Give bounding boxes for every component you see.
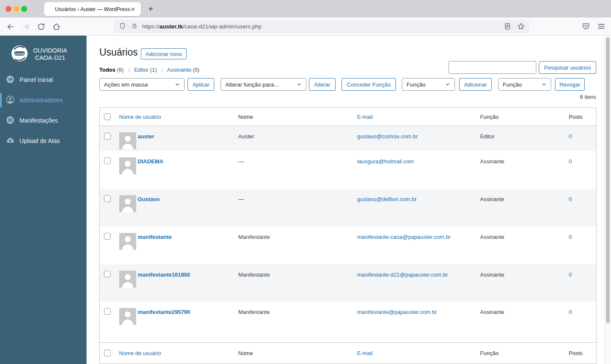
search-users-input[interactable] (448, 61, 536, 74)
home-icon[interactable] (52, 22, 61, 31)
role-filter-links: Todos (6) | Editor (1) | Assinante (5) (99, 67, 199, 73)
url-text: https://auster.tk/caoa-d21/wp-admin/user… (142, 23, 261, 30)
row-checkbox[interactable] (104, 308, 111, 315)
bulk-actions-select[interactable]: Ações em massa (99, 78, 185, 91)
select-all-checkbox[interactable] (104, 350, 111, 356)
row-checkbox[interactable] (104, 195, 111, 202)
chevron-down-icon (444, 81, 451, 88)
auster-logo: AUSTER (11, 45, 28, 63)
new-tab-button[interactable]: + (145, 3, 156, 14)
table-row: Gustavo — gustavo@delfiori.com.br Assina… (100, 189, 597, 227)
bookmark-star-icon[interactable] (517, 22, 525, 32)
change-role-select[interactable]: Alterar função para... (221, 78, 306, 91)
username-link[interactable]: manifestante (138, 233, 172, 250)
minimize-window-button[interactable] (14, 6, 20, 12)
posts-count-link[interactable]: 0 (569, 196, 572, 202)
username-link[interactable]: manifestante295790 (138, 308, 191, 325)
row-checkbox[interactable] (104, 233, 111, 240)
table-row: manifestante295790 Manifestante manifest… (100, 302, 597, 343)
scrollbar-thumb[interactable] (606, 37, 610, 323)
table-row: manifestante161850 Manifestante manifest… (100, 264, 597, 302)
select-all-checkbox[interactable] (104, 113, 111, 120)
add-new-user-button[interactable]: Adicionar novo (141, 48, 187, 59)
username-link[interactable]: DIADEMA (138, 157, 164, 174)
email-link[interactable]: manifestante@papauster.com.br (357, 309, 437, 315)
forward-icon[interactable] (21, 22, 31, 31)
column-header-posts: Posts (565, 108, 597, 126)
role-select-1-value: Função (406, 81, 426, 88)
email-link[interactable]: gustavo@delfiori.com.br (357, 196, 417, 202)
sidebar-item-manifestacoes[interactable]: Manifestações (0, 110, 87, 131)
change-button[interactable]: Alterar (309, 78, 336, 91)
role-select-2[interactable]: Função (498, 78, 551, 91)
email-link[interactable]: manifestante-d21@papauster.com.br (357, 272, 448, 278)
lock-icon[interactable] (131, 22, 138, 31)
filter-todos[interactable]: Todos (99, 67, 115, 73)
add-role-button[interactable]: Adicionar (459, 78, 492, 91)
filter-assinante[interactable]: Assinante (167, 67, 191, 73)
column-footer-role: Função (476, 343, 565, 364)
role-select-2-value: Função (503, 81, 522, 88)
grant-role-button[interactable]: Conceder Função (342, 78, 396, 91)
column-footer-name: Nome (234, 343, 353, 364)
user-name: — (234, 189, 353, 227)
url-bar[interactable]: https://auster.tk/caoa-d21/wp-admin/user… (114, 20, 530, 33)
email-link[interactable]: gustavo@comnix.com.br (357, 133, 418, 140)
filter-assinante-count: (5) (193, 67, 199, 73)
sidebar-item-upload-de-atas[interactable]: Upload de Atas (0, 131, 87, 151)
brand-line-2: CAOA-D21 (33, 54, 67, 62)
search-users-button[interactable]: Pesquisar usuários (539, 61, 596, 74)
column-header-username[interactable]: Nome de usuário (119, 114, 161, 120)
pocket-icon[interactable] (581, 22, 591, 32)
menu-hamburger-icon[interactable] (597, 22, 606, 32)
reader-view-icon[interactable] (503, 22, 512, 32)
change-role-select-value: Alterar função para... (225, 81, 279, 88)
posts-count-link[interactable]: 0 (569, 234, 572, 240)
filter-editor[interactable]: Editor (134, 67, 149, 73)
sidebar-item-painel-inicial[interactable]: Painel Inicial (0, 70, 87, 90)
row-checkbox[interactable] (104, 157, 111, 164)
close-window-button[interactable] (6, 6, 11, 12)
bulk-actions-toolbar: Ações em massa Aplicar Alterar função pa… (99, 78, 591, 91)
row-checkbox[interactable] (104, 271, 111, 277)
role-select-1[interactable]: Função (402, 78, 455, 91)
table-row: auster Auster gustavo@comnix.com.br Edit… (100, 126, 597, 151)
username-link[interactable]: auster (138, 132, 154, 149)
filter-editor-count: (1) (150, 67, 157, 73)
filter-todos-count: (6) (117, 67, 124, 73)
posts-count-link[interactable]: 0 (569, 133, 572, 140)
email-link[interactable]: manifestante-caoa@papauster.com.br (357, 234, 451, 240)
sidebar-item-administradores[interactable]: Administradores (0, 90, 87, 110)
column-footer-username[interactable]: Nome de usuário (119, 350, 161, 356)
browser-toolbar: https://auster.tk/caoa-d21/wp-admin/user… (0, 17, 611, 36)
sidebar-menu: Painel Inicial Administradores Manifesta… (0, 70, 87, 151)
posts-count-link[interactable]: 0 (569, 309, 572, 315)
page-scrollbar[interactable] (604, 36, 611, 364)
avatar (119, 271, 136, 288)
reload-icon[interactable] (36, 22, 46, 31)
filter-separator: | (161, 67, 163, 73)
username-link[interactable]: Gustavo (138, 195, 160, 212)
shield-icon[interactable] (119, 22, 126, 31)
user-name: Manifestante (234, 264, 353, 302)
posts-count-link[interactable]: 0 (569, 272, 572, 278)
column-header-email[interactable]: E-mail (357, 114, 373, 120)
brand: AUSTER OUVIDORIA CAOA-D21 (11, 45, 67, 63)
apply-button[interactable]: Aplicar (188, 78, 214, 91)
row-checkbox[interactable] (104, 133, 111, 140)
posts-count-link[interactable]: 0 (569, 158, 572, 165)
table-row: manifestante Manifestante manifestante-c… (100, 227, 597, 264)
zoom-window-button[interactable] (21, 6, 27, 12)
email-link[interactable]: lauogura@hotmail.com (357, 158, 414, 165)
revoke-role-button[interactable]: Revogar (555, 78, 585, 91)
username-link[interactable]: manifestante161850 (138, 271, 191, 288)
back-icon[interactable] (6, 22, 15, 31)
user-role: Editor (476, 126, 565, 151)
chevron-down-icon (174, 81, 181, 88)
user-role: Assinante (476, 189, 565, 227)
user-role: Assinante (476, 151, 565, 189)
dashboard-icon (6, 75, 14, 85)
browser-tab[interactable]: Usuários ‹ Auster — WordPress ✕ (44, 2, 141, 16)
column-footer-email[interactable]: E-mail (357, 350, 373, 356)
tab-close-icon[interactable]: ✕ (129, 6, 137, 13)
